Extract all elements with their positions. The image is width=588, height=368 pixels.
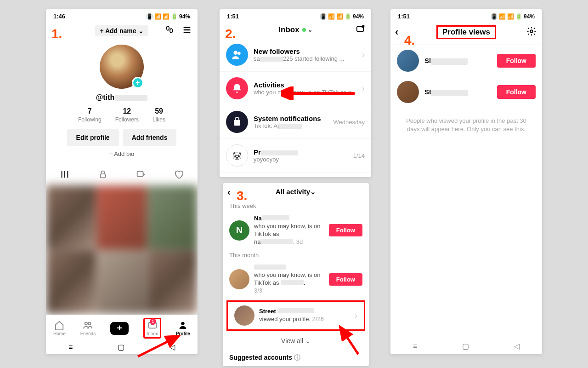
chevron-right-icon: › [362,84,365,93]
inbox-badge: 1 [150,318,156,325]
gear-icon[interactable] [526,26,537,38]
chevron-down-icon: ⌄ [308,27,312,33]
status-icons: 📳 📶 📶 🔋 94% [491,13,535,20]
svg-point-24 [530,30,533,33]
view-all-button[interactable]: View all ⌄ [223,333,369,349]
status-time: 1:51 [227,13,239,20]
status-time: 1:46 [53,13,65,20]
android-home-icon[interactable]: ▢ [462,342,469,351]
screen-3-activity: ‹ All activity⌄ 3. This week N Na who yo… [223,183,369,366]
vibrate-icon: 📳 [491,13,498,20]
nav-create[interactable]: + [110,322,129,335]
new-chat-icon[interactable] [356,24,366,36]
footer-text: People who viewed your profile in the pa… [390,108,542,143]
followers-icon [226,44,248,66]
follow-button[interactable]: Follow [329,224,362,236]
status-icons: 📳 📶 📶 🔋 94% [146,13,190,20]
edit-profile-button[interactable]: Edit profile [67,129,119,146]
android-back-icon[interactable]: ◁ [170,343,175,351]
add-friends-button[interactable]: Add friends [123,129,177,146]
bottom-nav: Home Friends + 1 Inbox Profile [46,315,198,341]
wifi-icon: 📶 [499,13,506,20]
viewer-item-2[interactable]: St Follow [390,76,542,108]
back-icon[interactable]: ‹ [395,26,398,38]
add-name-button[interactable]: + Add name ⌄ [95,25,148,36]
svg-rect-9 [137,172,143,177]
username: @tith [96,93,147,102]
android-menu-icon[interactable]: ≡ [413,342,417,351]
inbox-dm[interactable]: 🐼 Pr yoyooyoy 1/14 [220,139,371,172]
vibrate-icon: 📳 [320,13,327,20]
add-bio-button[interactable]: + Add bio [109,150,135,157]
battery-pct: 94% [353,13,364,20]
step-3-label: 3. [237,189,247,203]
status-icons: 📳 📶 📶 🔋 94% [320,13,364,20]
status-bar: 1:46 📳 📶 📶 🔋 94% [46,9,198,22]
stat-following[interactable]: 7 Following [78,107,102,123]
android-back-icon[interactable]: ◁ [514,342,520,351]
svg-rect-19 [234,120,240,126]
nav-inbox[interactable]: 1 Inbox [147,320,158,336]
status-bar: 1:51 📳 📶 📶 🔋 94% [220,9,371,22]
hamburger-icon[interactable] [182,25,192,37]
online-dot-icon [302,28,306,32]
inbox-new-followers[interactable]: New followers sa225 started following ..… [220,38,371,72]
inbox-system[interactable]: System notifications TikTok: Aj Wednesda… [220,105,371,139]
nav-home[interactable]: Home [53,320,66,336]
nav-profile[interactable]: Profile [176,320,190,336]
avatar[interactable]: + [100,45,144,89]
android-home-icon[interactable]: ▢ [118,343,124,351]
nav-friends[interactable]: Friends [80,320,96,336]
stats-row: 7 Following 12 Followers 59 Likes [78,107,165,123]
follow-button[interactable]: Follow [497,54,536,68]
tab-grid-icon[interactable] [60,169,70,181]
inbox-activities[interactable]: Activities who you may know, is on TikTo… [220,72,371,105]
tab-liked-icon[interactable] [174,169,184,181]
activity-item-2[interactable]: who you may know, is on TikTok as . 3/3 … [223,260,369,299]
battery-icon: 🔋 [171,13,178,20]
viewer-item-1[interactable]: Sl Follow [390,45,542,76]
android-menu-icon[interactable]: ≡ [68,343,73,351]
svg-point-1 [170,29,173,33]
step-4-label: 4. [404,33,415,48]
chevron-down-icon: ⌄ [310,188,316,196]
stat-followers[interactable]: 12 Followers [115,107,139,123]
stat-likes[interactable]: 59 Likes [153,107,165,123]
vibrate-icon: 📳 [146,13,153,20]
battery-pct: 94% [524,13,535,20]
android-nav: ≡ ▢ ◁ [390,338,542,354]
svg-rect-8 [100,174,105,178]
svg-point-10 [85,322,88,325]
page-title: Profile views [436,25,496,39]
avatar-plus-icon[interactable]: + [132,77,144,89]
activity-item-1[interactable]: N Na who you may know, is on TikTok as n… [223,211,369,250]
system-icon [226,111,248,133]
svg-point-11 [88,322,91,325]
svg-point-17 [233,51,237,55]
user-avatar: 🐼 [226,144,248,167]
follow-button[interactable]: Follow [497,85,536,99]
signal-icon: 📶 [163,13,170,20]
follow-button[interactable]: Follow [329,273,362,286]
activities-icon [226,77,248,99]
screen-4-profile-views: 1:51 📳 📶 📶 🔋 94% ‹ Profile views 4. Sl F… [390,9,542,354]
user-avatar [229,269,249,289]
status-time: 1:51 [398,13,410,20]
android-nav: ≡ ▢ ◁ [46,340,198,354]
profile-tabs [46,166,198,185]
signal-icon: 📶 [507,13,514,20]
activity-filter[interactable]: All activity⌄ [276,188,316,196]
inbox-header[interactable]: Inbox ⌄ [220,22,371,38]
user-avatar [397,81,419,103]
wifi-icon: 📶 [154,13,161,20]
screen-1-profile: 1. 1:46 📳 📶 📶 🔋 94% + Add name ⌄ + [46,9,198,354]
battery-pct: 94% [179,13,190,20]
back-icon[interactable]: ‹ [227,187,231,197]
footprint-icon[interactable] [164,25,175,37]
user-avatar [234,305,254,326]
activity-item-3[interactable]: Street viewed your profile. 2/26 › [228,302,364,329]
svg-point-13 [181,322,185,325]
tab-lock-icon[interactable] [98,169,108,181]
tab-repost-icon[interactable] [136,169,146,181]
user-avatar: N [229,220,249,241]
